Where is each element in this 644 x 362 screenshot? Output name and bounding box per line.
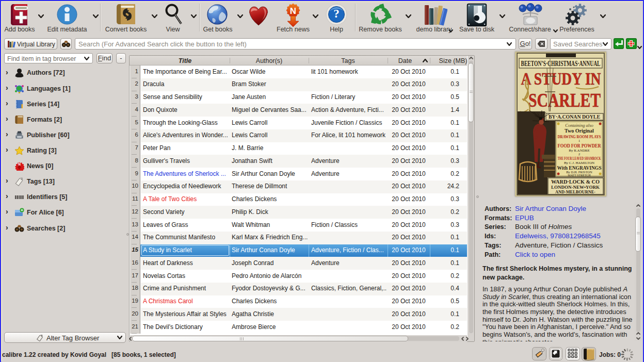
svg-text:AND·MELBOURNE·: AND·MELBOURNE·: [555, 189, 595, 194]
svg-text:WARD·LOCK & CO: WARD·LOCK & CO: [551, 179, 600, 185]
svg-text:THE FOUR LEAVED SHAMROCK: THE FOUR LEAVED SHAMROCK: [558, 156, 601, 161]
svg-text:Containing also: Containing also: [565, 123, 593, 128]
svg-text:A STUDY IN: A STUDY IN: [521, 69, 601, 88]
svg-text:BY·A.CONAN DOYLE: BY·A.CONAN DOYLE: [549, 114, 600, 120]
svg-text:2: 2: [578, 152, 581, 156]
svg-text:BEETON’S·CHRISTMAS·ANNUAL: BEETON’S·CHRISTMAS·ANNUAL: [521, 59, 601, 68]
svg-text:?: ?: [333, 7, 340, 20]
svg-text:FOOD FOR POWDER: FOOD FOR POWDER: [558, 143, 602, 149]
svg-text:N: N: [290, 6, 296, 16]
svg-text:N: N: [18, 162, 21, 166]
svg-text:Two Original: Two Original: [565, 128, 594, 134]
svg-text:SCARLET: SCARLET: [528, 90, 601, 111]
svg-text:1: 1: [578, 139, 581, 143]
svg-text:MATT STRETCH: MATT STRETCH: [568, 174, 591, 177]
svg-text:By C.J. HAMILTON: By C.J. HAMILTON: [564, 161, 594, 165]
